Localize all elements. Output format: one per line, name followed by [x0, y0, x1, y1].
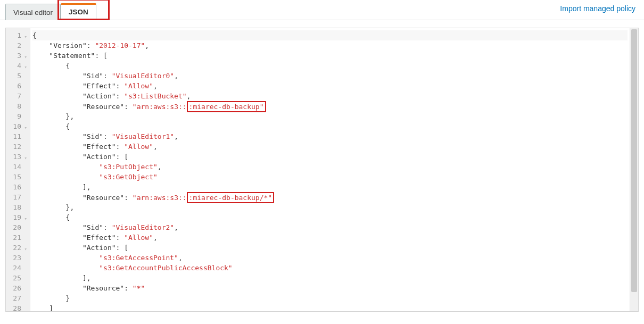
- gutter-line: 13▾: [8, 152, 27, 162]
- code-line[interactable]: "Effect": "Allow",: [32, 232, 628, 243]
- code-line[interactable]: },: [32, 202, 628, 212]
- code-line[interactable]: "Action": "s3:ListBucket",: [32, 91, 628, 101]
- code-line[interactable]: "Action": [: [32, 243, 628, 253]
- code-line[interactable]: {: [32, 61, 628, 71]
- code-line[interactable]: },: [32, 111, 628, 121]
- code-line[interactable]: "Effect": "Allow",: [32, 142, 628, 152]
- code-line[interactable]: "Action": [: [32, 152, 628, 162]
- json-editor[interactable]: 1▾23▾4▾5678910▾111213▾141516171819▾20212…: [5, 28, 639, 312]
- code-line[interactable]: "Sid": "VisualEditor0",: [32, 71, 628, 81]
- gutter-line: 1▾: [8, 30, 27, 40]
- editor-scrollbar[interactable]: [630, 28, 638, 311]
- scrollbar-thumb[interactable]: [631, 29, 637, 292]
- gutter-line: 18: [8, 202, 27, 212]
- code-line[interactable]: ],: [32, 182, 628, 192]
- tabs-row: Visual editor JSON Import managed policy: [0, 0, 644, 20]
- gutter-line: 21: [8, 232, 27, 243]
- highlighted-resource: :miarec-db-backup": [187, 101, 266, 112]
- code-line[interactable]: "Resource": "*": [32, 283, 628, 293]
- code-line[interactable]: "s3:GetAccountPublicAccessBlock": [32, 263, 628, 273]
- gutter-line: 24: [8, 263, 27, 273]
- gutter-line: 3▾: [8, 51, 27, 61]
- editor-code[interactable]: { "Version": "2012-10-17", "Statement": …: [30, 28, 630, 311]
- gutter-line: 19▾: [8, 212, 27, 222]
- code-line[interactable]: {: [32, 121, 628, 131]
- gutter-line: 10▾: [8, 121, 27, 131]
- gutter-line: 11: [8, 131, 27, 142]
- gutter-line: 4▾: [8, 61, 27, 71]
- code-line[interactable]: "Sid": "VisualEditor1",: [32, 131, 628, 142]
- gutter-line: 20: [8, 222, 27, 232]
- gutter-line: 16: [8, 182, 27, 192]
- code-line[interactable]: "Effect": "Allow",: [32, 81, 628, 91]
- gutter-line: 14: [8, 162, 27, 172]
- code-line[interactable]: "Resource": "arn:aws:s3:::miarec-db-back…: [32, 101, 628, 111]
- code-line[interactable]: "s3:PutObject",: [32, 162, 628, 172]
- editor-gutter: 1▾23▾4▾5678910▾111213▾141516171819▾20212…: [6, 28, 30, 311]
- gutter-line: 12: [8, 142, 27, 152]
- gutter-line: 23: [8, 253, 27, 263]
- code-line[interactable]: {: [32, 212, 628, 222]
- code-line[interactable]: "Statement": [: [32, 51, 628, 61]
- code-line[interactable]: "Resource": "arn:aws:s3:::miarec-db-back…: [32, 192, 628, 202]
- gutter-line: 6: [8, 81, 27, 91]
- import-managed-policy-link[interactable]: Import managed policy: [560, 4, 635, 16]
- gutter-line: 28: [8, 303, 27, 312]
- tab-json[interactable]: JSON: [61, 3, 96, 20]
- code-line[interactable]: ],: [32, 273, 628, 283]
- code-line[interactable]: }: [32, 293, 628, 303]
- gutter-line: 17: [8, 192, 27, 202]
- gutter-line: 15: [8, 172, 27, 182]
- gutter-line: 27: [8, 293, 27, 303]
- gutter-line: 9: [8, 111, 27, 121]
- code-line[interactable]: "Sid": "VisualEditor2",: [32, 222, 628, 232]
- gutter-line: 5: [8, 71, 27, 81]
- gutter-line: 2: [8, 40, 27, 51]
- code-line[interactable]: "Version": "2012-10-17",: [32, 40, 628, 51]
- code-line[interactable]: "s3:GetObject": [32, 172, 628, 182]
- gutter-line: 8: [8, 101, 27, 111]
- gutter-line: 7: [8, 91, 27, 101]
- code-line[interactable]: ]: [32, 303, 628, 311]
- gutter-line: 26: [8, 283, 27, 293]
- tab-visual-editor[interactable]: Visual editor: [5, 4, 61, 20]
- code-line[interactable]: {: [32, 30, 628, 40]
- highlighted-resource: :miarec-db-backup/*": [187, 192, 275, 203]
- gutter-line: 22▾: [8, 243, 27, 253]
- code-line[interactable]: "s3:GetAccessPoint",: [32, 253, 628, 263]
- gutter-line: 25: [8, 273, 27, 283]
